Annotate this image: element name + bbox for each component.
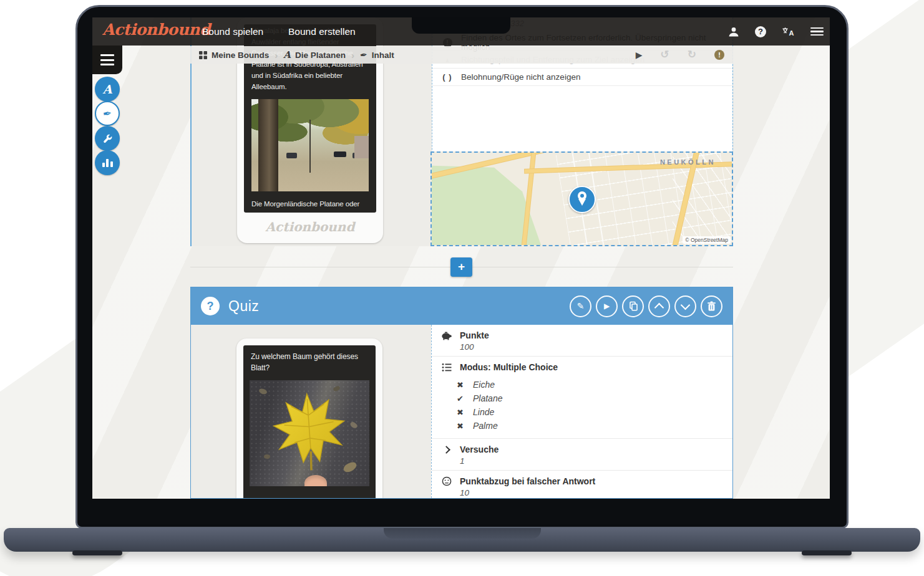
navbar-right-icons: ? A bbox=[728, 17, 824, 46]
setting-value: 100 bbox=[460, 342, 724, 352]
breadcrumb-toolbar: Meine Bounds › A Die Platanen › ✒ Inhalt… bbox=[190, 46, 733, 64]
sidebar-stats-button[interactable] bbox=[95, 150, 120, 175]
quill-icon: ✒ bbox=[359, 49, 368, 60]
redo-icon[interactable]: ↻ bbox=[688, 50, 696, 59]
breadcrumb-die-platanen[interactable]: A Die Platanen bbox=[283, 49, 346, 60]
breadcrumb-separator: › bbox=[275, 50, 278, 60]
sidebar-menu-toggle[interactable] bbox=[92, 46, 122, 74]
breadcrumb-meine-bounds[interactable]: Meine Bounds bbox=[199, 50, 269, 60]
duplicate-icon[interactable] bbox=[622, 295, 644, 317]
yellow-leaf bbox=[266, 388, 354, 476]
street-avenue-photo bbox=[251, 99, 369, 191]
smiley-icon bbox=[440, 476, 452, 486]
option-no-reward: ( ) Belohnung/Rüge nicht anzeigen bbox=[432, 69, 732, 86]
tree-trunk bbox=[258, 99, 278, 191]
play-icon[interactable]: ▶ bbox=[596, 295, 618, 317]
grid-icon bbox=[199, 51, 207, 59]
play-icon[interactable]: ▶ bbox=[636, 50, 643, 60]
editor-toolbar: ▶ ↺ ↻ ! bbox=[636, 50, 724, 60]
laptop-hinge-notch bbox=[384, 528, 541, 539]
error-icon[interactable]: ! bbox=[714, 50, 724, 60]
quiz-preview-column: Zu welchem Baum gehört dieses Blatt? bbox=[191, 325, 431, 498]
option-label: Belohnung/Rüge nicht anzeigen bbox=[461, 72, 580, 82]
setting-versuche: Versuche 1 bbox=[432, 439, 732, 471]
quiz-header-buttons: ✎ ▶ bbox=[570, 295, 722, 317]
actionbound-watermark: Actionbound bbox=[244, 219, 376, 234]
choice-row: ✖ Linde bbox=[455, 405, 724, 419]
choice-row: ✔ Platane bbox=[455, 391, 724, 405]
quiz-question: Zu welchem Baum gehört dieses Blatt? bbox=[243, 345, 376, 379]
building bbox=[354, 136, 369, 158]
correct-mark-icon: ✔ bbox=[455, 394, 465, 403]
laptop-base bbox=[4, 528, 920, 552]
parentheses-icon: ( ) bbox=[441, 72, 454, 82]
setting-modus: Modus: Multiple Choice ✖ Eiche ✔ Platane… bbox=[432, 357, 732, 439]
setting-punkte: Punkte 100 bbox=[432, 325, 732, 357]
bound-icon: A bbox=[103, 82, 112, 96]
laptop-camera-notch bbox=[412, 17, 510, 34]
choice-row: ✖ Palme bbox=[455, 419, 724, 433]
quiz-header: ? Quiz ✎ ▶ bbox=[191, 287, 732, 325]
move-up-icon[interactable] bbox=[648, 295, 670, 317]
svg-text:A: A bbox=[789, 29, 794, 37]
quiz-title: Quiz bbox=[228, 298, 259, 315]
page: 2332 ! Finden des Ortes zum Fortsetzen e… bbox=[0, 0, 924, 576]
stats-icon bbox=[102, 158, 113, 167]
move-down-icon[interactable] bbox=[674, 295, 696, 317]
parked-car bbox=[286, 153, 297, 158]
setting-punktabzug: Punktabzug bei falscher Antwort 10 bbox=[432, 471, 732, 499]
choice-row: ✖ Eiche bbox=[455, 378, 724, 391]
delete-icon[interactable] bbox=[701, 295, 722, 317]
wrong-mark-icon: ✖ bbox=[455, 408, 465, 417]
laptop-foot bbox=[802, 550, 852, 555]
quiz-element: ? Quiz ✎ ▶ bbox=[190, 287, 733, 499]
sidebar-content-editor-button[interactable]: ✒ bbox=[95, 101, 120, 126]
phone-preview-quiz: Zu welchem Baum gehört dieses Blatt? bbox=[236, 338, 382, 499]
nav-bound-erstellen[interactable]: Bound erstellen bbox=[281, 17, 363, 46]
breadcrumb-inhalt[interactable]: ✒ Inhalt bbox=[360, 50, 394, 60]
choice-list: ✖ Eiche ✔ Platane ✖ Linde ✖ bbox=[455, 378, 724, 433]
phone-screen: Zu welchem Baum gehört dieses Blatt? bbox=[243, 345, 376, 499]
wrong-mark-icon: ✖ bbox=[455, 421, 465, 431]
quiz-type-icon: ? bbox=[201, 297, 220, 315]
nav-bound-spielen[interactable]: Bound spielen bbox=[195, 17, 271, 46]
menu-icon[interactable] bbox=[810, 26, 824, 38]
wrong-mark-icon: ✖ bbox=[455, 380, 465, 390]
map-pin-icon bbox=[568, 186, 596, 213]
edit-icon[interactable]: ✎ bbox=[570, 295, 591, 317]
location-map: NEUKÖLLN © OpenStreetMap bbox=[430, 151, 733, 246]
add-element-button[interactable]: + bbox=[450, 257, 472, 277]
help-icon[interactable]: ? bbox=[755, 26, 766, 37]
breadcrumb-separator: › bbox=[351, 50, 354, 60]
list-icon bbox=[440, 363, 452, 372]
lamp-post bbox=[309, 120, 311, 173]
sidebar-bound-button[interactable]: A bbox=[95, 77, 120, 102]
wrench-icon bbox=[102, 133, 113, 144]
setting-value: 1 bbox=[460, 456, 724, 466]
bound-icon: A bbox=[283, 49, 291, 60]
app-screen: 2332 ! Finden des Ortes zum Fortsetzen e… bbox=[92, 17, 830, 499]
user-icon[interactable] bbox=[728, 27, 739, 37]
map-attribution: © OpenStreetMap bbox=[683, 236, 731, 244]
leaf-photo bbox=[250, 380, 369, 486]
map-district-label: NEUKÖLLN bbox=[660, 158, 716, 166]
laptop-foot bbox=[72, 550, 122, 555]
quiz-settings-column: Punkte 100 Modus: Multiple Choice ✖ bbox=[431, 325, 732, 498]
translate-icon[interactable]: A bbox=[782, 27, 795, 37]
preview-paragraph-bottom: Die Morgenländische Platane oder Orienta… bbox=[244, 193, 376, 213]
quill-icon: ✒ bbox=[102, 107, 112, 121]
setting-value: 10 bbox=[460, 488, 724, 497]
undo-icon[interactable]: ↺ bbox=[661, 50, 669, 59]
sidebar-settings-button[interactable] bbox=[95, 126, 120, 151]
piggybank-icon bbox=[440, 331, 452, 340]
chevron-right-icon bbox=[440, 447, 452, 453]
parked-car bbox=[334, 151, 346, 157]
